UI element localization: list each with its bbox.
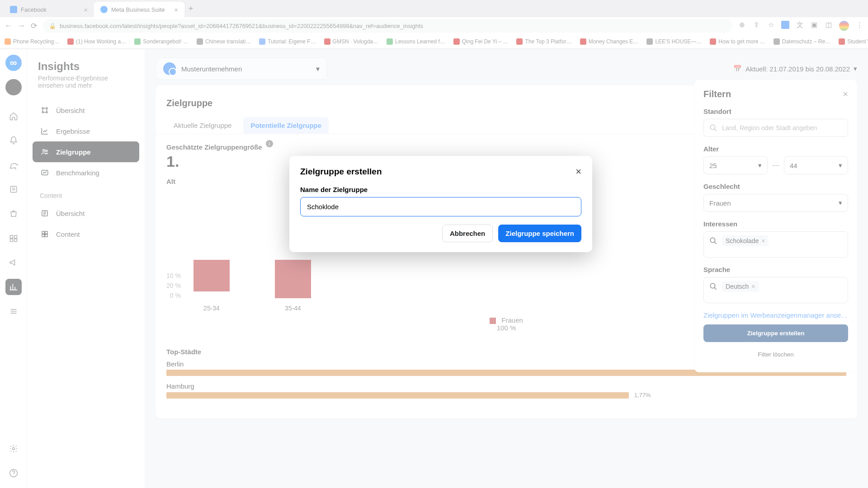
cancel-button[interactable]: Abbrechen xyxy=(442,225,493,242)
audience-name-input[interactable] xyxy=(300,197,581,216)
save-audience-button[interactable]: Zielgruppe speichern xyxy=(498,225,581,242)
create-audience-modal: Zielgruppe erstellen × Name der Zielgrup… xyxy=(289,156,592,252)
modal-title: Zielgruppe erstellen xyxy=(300,167,382,177)
close-icon[interactable]: × xyxy=(576,166,581,178)
audience-name-label: Name der Zielgruppe xyxy=(300,186,581,193)
